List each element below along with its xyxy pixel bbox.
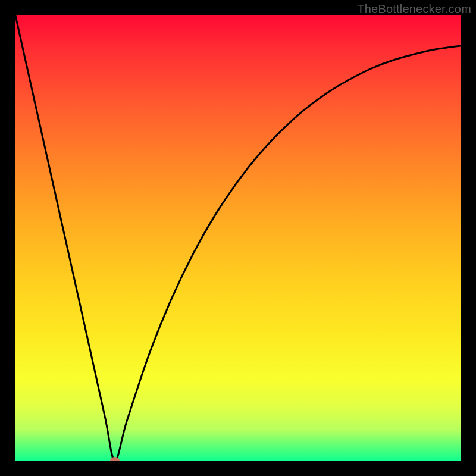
watermark-text: TheBottlenecker.com bbox=[357, 2, 471, 16]
chart-curve-path bbox=[15, 15, 461, 461]
chart-curve bbox=[15, 15, 461, 461]
chart-frame bbox=[15, 15, 461, 461]
chart-minimum-marker bbox=[110, 457, 120, 461]
chart-plot-area bbox=[15, 15, 461, 461]
